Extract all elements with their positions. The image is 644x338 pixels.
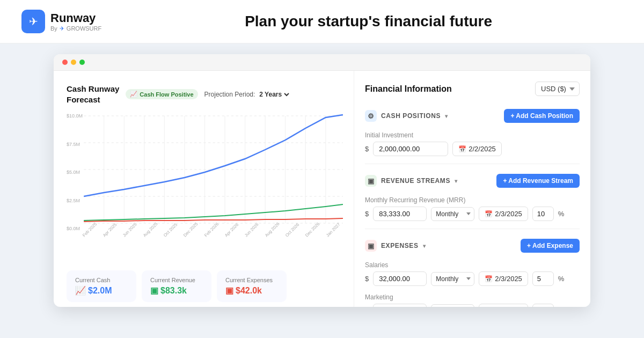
currency-select[interactable]: USD ($) EUR (€) GBP (£) xyxy=(535,82,580,96)
mrr-growth-input[interactable] xyxy=(532,207,554,221)
initial-investment-date: 📅 2/2/2025 xyxy=(452,142,502,156)
marketing-amount-input[interactable] xyxy=(373,304,427,307)
chart-title: Cash RunwayForecast xyxy=(67,84,119,105)
divider-1 xyxy=(365,164,580,164)
inner-layout: Cash RunwayForecast 📈 Cash Flow Positive… xyxy=(54,71,590,307)
salaries-percent-symbol: % xyxy=(558,275,565,283)
financial-header: Financial Information USD ($) EUR (€) GB… xyxy=(365,82,580,96)
marketing-row: $ Monthly Annual 📅 2/3/2025 % xyxy=(365,304,580,307)
current-expenses-value: ▣ $42.0k xyxy=(225,285,278,296)
mrr-label: Monthly Recurring Revenue (MRR) xyxy=(365,196,580,204)
initial-investment-input[interactable] xyxy=(373,142,448,156)
revenue-streams-section-header: ▣ REVENUE STREAMS ▾ + Add Revenue Stream xyxy=(365,170,580,192)
mrr-date: 📅 2/3/2025 xyxy=(479,207,528,221)
revenue-streams-label: ▣ REVENUE STREAMS ▾ xyxy=(365,175,458,187)
runway-logo-icon: ✈ xyxy=(29,15,38,28)
cash-positions-chevron[interactable]: ▾ xyxy=(445,113,448,119)
cash-flow-positive-badge: 📈 Cash Flow Positive xyxy=(126,89,197,99)
salaries-amount-input[interactable] xyxy=(373,271,427,286)
salaries-label: Salaries xyxy=(365,261,580,269)
mrr-group: Monthly Recurring Revenue (MRR) $ Monthl… xyxy=(365,196,580,221)
expenses-section-header: ▣ EXPENSES ▾ + Add Expense xyxy=(365,234,580,257)
projection-period: Projection Period: 2 Years 1 Year 3 Year… xyxy=(204,90,291,99)
top-header: ✈ Runway By ✈ GROWSURF Plan your startup… xyxy=(0,0,644,43)
expenses-label: ▣ EXPENSES ▾ xyxy=(365,240,426,252)
window-maximize-dot[interactable] xyxy=(79,60,85,65)
brand-name: Runway xyxy=(50,11,101,25)
current-revenue-label: Current Revenue xyxy=(150,277,203,283)
marketing-frequency-select[interactable]: Monthly Annual xyxy=(431,304,474,307)
y-axis-labels: $10.0M $7.5M $5.0M $2.5M $0.0M xyxy=(67,113,83,231)
salaries-growth-input[interactable] xyxy=(532,271,554,286)
initial-investment-label: Initial Investment xyxy=(365,131,580,139)
expenses-icon: ▣ xyxy=(225,285,233,296)
cash-positions-icon: ⚙ xyxy=(365,110,377,122)
logo-box: ✈ xyxy=(21,10,45,33)
revenue-streams-icon: ▣ xyxy=(365,175,377,187)
initial-investment-group: Initial Investment $ 📅 2/2/2025 xyxy=(365,131,580,156)
right-panel: Financial Information USD ($) EUR (€) GB… xyxy=(354,71,590,307)
marketing-group: Marketing $ Monthly Annual 📅 2/3/2025 xyxy=(365,293,580,307)
projection-period-select[interactable]: 2 Years 1 Year 3 Years xyxy=(257,90,291,99)
mrr-dollar: $ xyxy=(365,210,369,218)
add-revenue-stream-button[interactable]: + Add Revenue Stream xyxy=(496,174,580,188)
browser-bar xyxy=(54,54,590,71)
add-expense-button[interactable]: + Add Expense xyxy=(521,239,580,253)
main-area: Cash RunwayForecast 📈 Cash Flow Positive… xyxy=(0,43,644,333)
mrr-percent-symbol: % xyxy=(558,210,565,218)
current-expenses-label: Current Expenses xyxy=(225,277,278,283)
calendar-icon: 📅 xyxy=(458,145,466,153)
chart-svg xyxy=(67,113,343,231)
chart-container: $10.0M $7.5M $5.0M $2.5M $0.0M xyxy=(67,113,343,266)
marketing-label: Marketing xyxy=(365,293,580,301)
salaries-date: 📅 2/3/2025 xyxy=(479,271,528,286)
initial-investment-row: $ 📅 2/2/2025 xyxy=(365,142,580,156)
expenses-icon: ▣ xyxy=(365,240,377,252)
cash-positions-label: ⚙ CASH POSITIONS ▾ xyxy=(365,110,448,122)
mrr-calendar-icon: 📅 xyxy=(485,210,493,218)
window-close-dot[interactable] xyxy=(62,60,68,65)
divider-2 xyxy=(365,229,580,229)
cash-positions-section-header: ⚙ CASH POSITIONS ▾ + Add Cash Position xyxy=(365,105,580,127)
mrr-amount-input[interactable] xyxy=(373,207,427,221)
mrr-frequency-select[interactable]: Monthly Annual Weekly xyxy=(431,207,474,221)
stat-card-expenses: Current Expenses ▣ $42.0k xyxy=(217,270,287,302)
salaries-calendar-icon: 📅 xyxy=(485,275,493,283)
brand-sub: By ✈ GROWSURF xyxy=(50,25,101,32)
salaries-frequency-select[interactable]: Monthly Annual xyxy=(431,272,474,286)
revenue-streams-chevron[interactable]: ▾ xyxy=(455,178,458,184)
current-cash-value: 📈 $2.0M xyxy=(75,285,128,296)
cash-icon: 📈 xyxy=(75,285,86,296)
bottom-stats: Current Cash 📈 $2.0M Current Revenue ▣ $… xyxy=(67,270,343,302)
left-panel: Cash RunwayForecast 📈 Cash Flow Positive… xyxy=(54,71,354,307)
current-revenue-value: ▣ $83.3k xyxy=(150,285,203,296)
current-cash-label: Current Cash xyxy=(75,277,128,283)
salaries-dollar: $ xyxy=(365,275,369,283)
window-minimize-dot[interactable] xyxy=(71,60,76,65)
salaries-group: Salaries $ Monthly Annual 📅 2/3/2025 xyxy=(365,261,580,286)
stat-card-cash: Current Cash 📈 $2.0M xyxy=(67,270,136,302)
trend-icon: 📈 xyxy=(130,91,137,98)
financial-title: Financial Information xyxy=(365,84,452,94)
dollar-sign: $ xyxy=(365,145,369,153)
header-tagline: Plan your startup's financial future xyxy=(114,13,623,30)
revenue-icon: ▣ xyxy=(150,285,158,296)
marketing-growth-input[interactable] xyxy=(532,304,554,307)
stat-card-revenue: Current Revenue ▣ $83.3k xyxy=(142,270,211,302)
chart-header: Cash RunwayForecast 📈 Cash Flow Positive… xyxy=(67,84,343,105)
add-cash-position-button[interactable]: + Add Cash Position xyxy=(504,109,580,123)
growsurf-icon: ✈ xyxy=(60,25,64,32)
expenses-chevron[interactable]: ▾ xyxy=(423,243,426,249)
marketing-date: 📅 2/3/2025 xyxy=(479,304,528,307)
mrr-row: $ Monthly Annual Weekly 📅 2/3/2025 % xyxy=(365,207,580,221)
x-axis-labels: Feb 2025 Apr 2025 Jun 2025 Aug 2025 Oct … xyxy=(67,234,343,239)
brand-text: Runway By ✈ GROWSURF xyxy=(50,11,101,32)
browser-window: Cash RunwayForecast 📈 Cash Flow Positive… xyxy=(54,54,590,307)
salaries-row: $ Monthly Annual 📅 2/3/2025 % xyxy=(365,271,580,286)
